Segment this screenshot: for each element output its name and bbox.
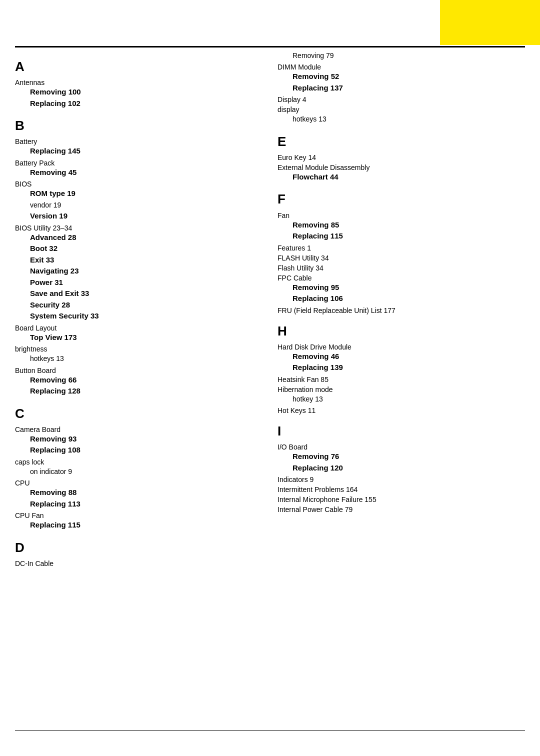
entry-sub: Replacing 102 <box>30 98 262 110</box>
entry-label: CPU <box>15 479 262 487</box>
entry-sub: Removing 76 <box>292 451 525 462</box>
entry-sub: Removing 46 <box>292 351 525 362</box>
entry-label: BIOS <box>15 180 262 188</box>
section-letter-a: A <box>15 59 262 74</box>
entry-sub: Advanced 28 <box>30 232 262 244</box>
entry-label: Camera Board <box>15 426 262 434</box>
entry-label: FRU (Field Replaceable Unit) List 177 <box>278 306 525 314</box>
entry-sub: Replacing 108 <box>30 444 262 456</box>
left-column: AAntennasRemoving 100Replacing 102BBatte… <box>15 50 262 726</box>
entry-label: Internal Power Cable 79 <box>278 506 525 514</box>
entry-label: Hibernation mode <box>278 386 525 394</box>
entry-sub: Removing 88 <box>30 487 262 498</box>
entry-label: Board Layout <box>15 324 262 332</box>
entry-indent1: hotkeys 13 <box>292 114 525 124</box>
section-letter-h: H <box>278 324 525 339</box>
entry-label: Hard Disk Drive Module <box>278 343 525 351</box>
entry-label: CPU Fan <box>15 512 262 520</box>
entry-label: Antennas <box>15 78 262 86</box>
content-area: AAntennasRemoving 100Replacing 102BBatte… <box>15 50 525 726</box>
section-letter-c: C <box>15 406 262 422</box>
entry-sub: Boot 32 <box>30 243 262 254</box>
entry-sub: Replacing 145 <box>30 146 262 157</box>
entry-sub: Removing 45 <box>30 167 262 178</box>
entry-label: Internal Microphone Failure 155 <box>278 496 525 504</box>
right-column: Removing 79DIMM ModuleRemoving 52Replaci… <box>278 50 525 726</box>
entry-label: Indicators 9 <box>278 476 525 484</box>
entry-sub: Replacing 139 <box>292 362 525 374</box>
entry-sub: Power 31 <box>30 277 262 288</box>
entry-sub: Save and Exit 33 <box>30 288 262 300</box>
entry-sub: Replacing 115 <box>30 520 262 531</box>
entry-sub: Removing 100 <box>30 86 262 98</box>
entry-sub: vendor 19 <box>30 200 262 210</box>
entry-label: Button Board <box>15 366 262 374</box>
entry-sub: Top View 173 <box>30 332 262 344</box>
entry-sub: Removing 85 <box>292 220 525 231</box>
entry-sub: Security 28 <box>30 300 262 311</box>
entry-sub: Replacing 115 <box>292 230 525 242</box>
entry-sub: Replacing 113 <box>30 498 262 510</box>
entry-label: Intermittent Problems 164 <box>278 486 525 494</box>
entry-sub: hotkeys 13 <box>30 353 262 364</box>
section-letter-f: F <box>278 192 525 207</box>
entry-label: Features 1 <box>278 244 525 252</box>
entry-label: External Module Disassembly <box>278 164 525 172</box>
entry-sub: Removing 95 <box>292 282 525 294</box>
entry-sub: Version 19 <box>30 210 262 222</box>
entry-sub: Removing 52 <box>292 71 525 82</box>
entry-label: Display 4 <box>278 96 525 104</box>
entry-label: Flash Utility 34 <box>278 264 525 272</box>
entry-sub: Removing 93 <box>30 434 262 445</box>
entry-sub: Replacing 120 <box>292 462 525 474</box>
entry-sub: Navigating 23 <box>30 266 262 277</box>
entry-sub: Removing 66 <box>30 374 262 386</box>
top-rule <box>15 46 525 48</box>
entry-label: Battery <box>15 138 262 146</box>
entry-sub: ROM type 19 <box>30 188 262 200</box>
entry-sub: Flowchart 44 <box>292 172 525 183</box>
entry-sub: Replacing 137 <box>292 82 525 94</box>
entry-sub: Replacing 128 <box>30 386 262 397</box>
entry-label: caps lock <box>15 458 262 466</box>
entry-indent1: Removing 79 <box>292 50 525 61</box>
entry-sub: Replacing 106 <box>292 293 525 304</box>
entry-sub: Exit 33 <box>30 254 262 266</box>
bottom-rule <box>15 730 525 731</box>
entry-label: BIOS Utility 23–34 <box>15 224 262 232</box>
section-letter-i: I <box>278 424 525 439</box>
entry-label: Fan <box>278 212 525 220</box>
entry-label: I/O Board <box>278 443 525 451</box>
entry-label: DIMM Module <box>278 63 525 71</box>
entry-label: Battery Pack <box>15 159 262 167</box>
entry-label: FPC Cable <box>278 274 525 282</box>
section-letter-b: B <box>15 118 262 134</box>
entry-sub: System Security 33 <box>30 310 262 322</box>
entry-label: DC-In Cable <box>15 560 262 568</box>
entry-indent1: hotkey 13 <box>292 394 525 404</box>
entry-label: Hot Keys 11 <box>278 406 525 414</box>
entry-label: Heatsink Fan 85 <box>278 376 525 384</box>
entry-sub: on indicator 9 <box>30 466 262 477</box>
entry-label: FLASH Utility 34 <box>278 254 525 262</box>
header-bar <box>440 0 540 45</box>
entry-label: brightness <box>15 345 262 353</box>
section-letter-d: D <box>15 540 262 556</box>
entry-label: display <box>278 106 525 114</box>
section-letter-e: E <box>278 134 525 150</box>
entry-label: Euro Key 14 <box>278 154 525 162</box>
